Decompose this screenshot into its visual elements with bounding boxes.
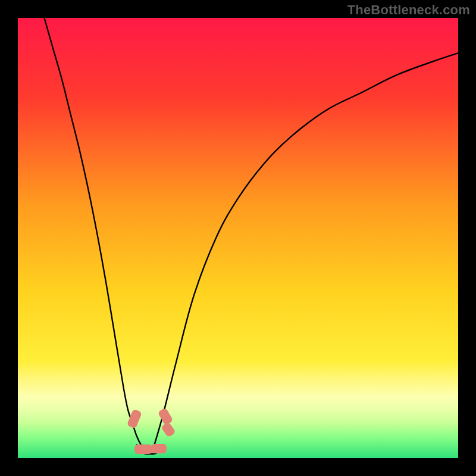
watermark-label: TheBottleneck.com: [347, 2, 470, 18]
curve-left-branch: [44, 18, 145, 449]
plot-area: [18, 18, 458, 458]
curve-right-branch: [154, 53, 458, 445]
trough-marker: [151, 444, 167, 453]
trough-marker: [134, 444, 152, 454]
chart-frame: TheBottleneck.com: [0, 0, 476, 476]
curve-layer: [18, 18, 458, 458]
